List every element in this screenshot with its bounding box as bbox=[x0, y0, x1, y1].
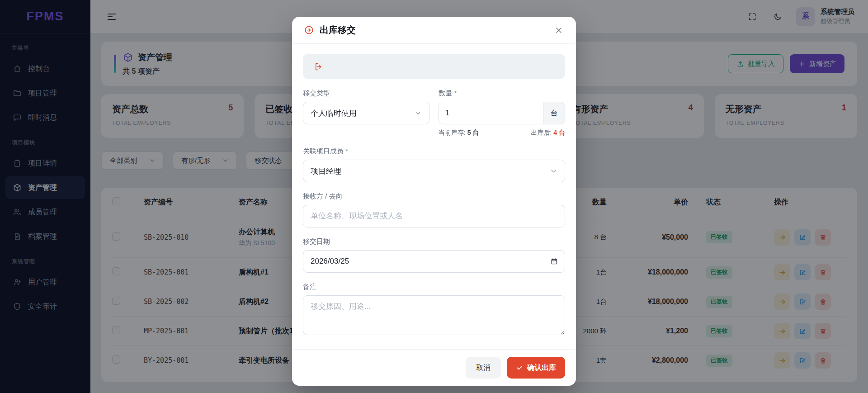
modal-footer: 取消 确认出库 bbox=[292, 349, 576, 386]
quantity-group: 台 bbox=[439, 102, 565, 124]
receiver-label: 接收方 / 去向 bbox=[303, 192, 565, 201]
stock-info: 当前库存: 5 台 出库后: 4 台 bbox=[439, 129, 565, 137]
note-textarea[interactable] bbox=[303, 295, 565, 335]
chevron-down-icon bbox=[550, 167, 557, 175]
note-label: 备注 bbox=[303, 283, 565, 291]
transfer-date-input[interactable]: 2026/03/25 bbox=[303, 250, 565, 273]
transfer-asset-banner bbox=[303, 54, 565, 79]
close-button[interactable] bbox=[553, 25, 564, 36]
modal-body: 移交类型 个人临时使用 数量 * 台 当前库存: 5 台 出库后: 4 台 关联… bbox=[292, 44, 576, 349]
date-label: 移交日期 bbox=[303, 237, 565, 246]
calendar-icon bbox=[550, 257, 558, 265]
quantity-unit: 台 bbox=[543, 102, 565, 124]
quantity-label: 数量 * bbox=[439, 89, 565, 98]
transfer-type-select[interactable]: 个人临时使用 bbox=[303, 102, 429, 124]
transfer-type-label: 移交类型 bbox=[303, 89, 429, 98]
chevron-down-icon bbox=[414, 109, 422, 117]
outbound-transfer-modal: 出库移交 移交类型 个人临时使用 数量 * 台 当前 bbox=[292, 17, 576, 386]
member-label: 关联项目成员 * bbox=[303, 147, 565, 156]
logout-icon bbox=[314, 62, 323, 71]
quantity-input[interactable] bbox=[439, 102, 543, 124]
modal-header: 出库移交 bbox=[292, 17, 576, 44]
member-select[interactable]: 项目经理 bbox=[303, 160, 565, 182]
receiver-input[interactable] bbox=[303, 205, 565, 227]
cancel-button[interactable]: 取消 bbox=[466, 357, 501, 379]
close-icon bbox=[554, 26, 563, 35]
modal-title: 出库移交 bbox=[320, 24, 356, 36]
check-icon bbox=[516, 364, 523, 371]
circle-arrow-right-icon bbox=[304, 25, 314, 35]
confirm-outbound-button[interactable]: 确认出库 bbox=[507, 357, 565, 379]
